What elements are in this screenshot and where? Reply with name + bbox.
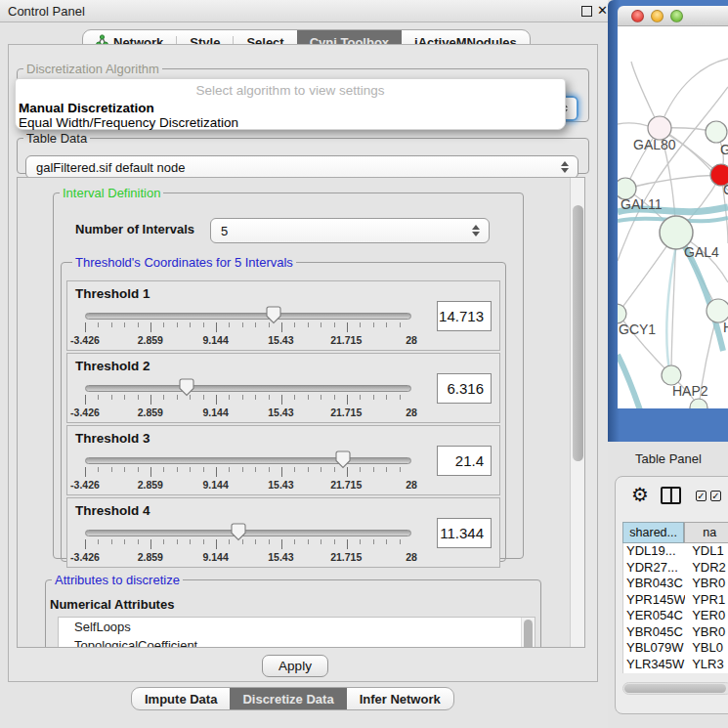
group-title: Interval Definition xyxy=(60,186,163,200)
scrollbar-thumb[interactable] xyxy=(524,620,533,648)
algorithm-dropdown-popup: Select algorithm to view settings Manual… xyxy=(15,78,566,130)
attributes-list: SelfLoops TopologicalCoefficient Between… xyxy=(58,617,535,648)
threshold-3-label: Threshold 3 xyxy=(75,431,150,446)
slider-ticks xyxy=(85,467,412,478)
cell: YIL0 xyxy=(685,672,728,673)
close-traffic-light[interactable] xyxy=(631,10,644,22)
table-row[interactable]: YLR345WYLR3 xyxy=(623,657,728,673)
list-scrollbar[interactable] xyxy=(521,618,535,648)
combo-arrows-icon xyxy=(561,161,569,173)
node-right-top[interactable] xyxy=(706,121,727,143)
slider-track[interactable] xyxy=(85,385,411,392)
gear-icon[interactable]: ⚙ xyxy=(631,485,649,504)
table-row[interactable]: YBL079WYBL0 xyxy=(623,640,728,657)
table-row[interactable]: YDR27...YDR2 xyxy=(623,560,728,577)
threshold-2-label: Threshold 2 xyxy=(75,359,150,373)
node-label: HAP2 xyxy=(672,383,708,399)
node-label: GAL4 xyxy=(684,244,719,260)
cell: YDL19... xyxy=(623,543,685,560)
number-of-intervals-label: Number of Intervals xyxy=(75,222,194,236)
list-item[interactable]: SelfLoops xyxy=(59,618,535,636)
number-of-intervals-combobox[interactable]: 5 xyxy=(210,218,490,243)
tab-impute-data[interactable]: Impute Data xyxy=(132,688,230,709)
interval-definition-group: Interval Definition Number of Intervals … xyxy=(53,186,524,559)
table-data-value: galFiltered.sif default node xyxy=(36,160,185,175)
column-header-name[interactable]: na xyxy=(684,522,728,543)
tick-label: 28 xyxy=(406,479,417,491)
slider-thumb[interactable] xyxy=(335,450,351,473)
threshold-3-value-field[interactable]: 21.4 xyxy=(437,446,492,476)
table-row[interactable]: YPR145WYPR1 xyxy=(623,592,728,609)
slider-thumb[interactable] xyxy=(266,306,281,328)
tick-label: 15.43 xyxy=(268,407,293,418)
dropdown-option-equal-width[interactable]: Equal Width/Frequency Discretization xyxy=(16,115,565,130)
control-panel-titlebar: Control Panel ✕ xyxy=(0,0,608,22)
cyni-content-panel: Discretization Algorithm Select algorith… xyxy=(8,44,598,682)
tick-label: -3.426 xyxy=(70,479,100,491)
cell: YDR27... xyxy=(623,560,685,577)
numerical-attributes-label: Numerical Attributes xyxy=(50,597,174,612)
slider-thumb[interactable] xyxy=(231,523,246,545)
scrollbar-thumb[interactable] xyxy=(573,205,583,461)
zoom-traffic-light[interactable] xyxy=(670,10,683,22)
slider-track[interactable] xyxy=(85,457,411,464)
threshold-4-slider: -3.426 2.859 9.144 15.43 21.715 28 xyxy=(85,524,411,567)
threshold-1-value-field[interactable]: 14.713 xyxy=(437,301,492,331)
group-title: Table Data xyxy=(23,131,90,146)
tab-infer-network[interactable]: Infer Network xyxy=(347,688,453,709)
minimize-traffic-light[interactable] xyxy=(651,10,664,22)
table-rows: YDL19...YDL1 YDR27...YDR2 YBR043CYBR0 YP… xyxy=(622,543,728,673)
table-row[interactable]: YDL19...YDL1 xyxy=(623,543,728,560)
table-horizontal-scrollbar[interactable] xyxy=(622,682,728,695)
settings-scrollpane: Interval Definition Number of Intervals … xyxy=(17,177,585,648)
checkbox-icon[interactable]: ✓ xyxy=(710,491,721,501)
cell: YER0 xyxy=(685,608,728,624)
cell: YBR045C xyxy=(623,624,685,641)
threshold-4-value-field[interactable]: 11.344 xyxy=(437,518,492,548)
apply-button[interactable]: Apply xyxy=(262,655,328,677)
cell: YBR043C xyxy=(623,576,685,592)
threshold-2-value-field[interactable]: 6.316 xyxy=(437,373,492,404)
slider-ticks xyxy=(85,539,412,550)
close-icon[interactable]: ✕ xyxy=(597,3,608,18)
slider-thumb[interactable] xyxy=(179,378,194,401)
dropdown-option-manual[interactable]: Manual Discretization xyxy=(16,101,565,115)
tick-label: -3.426 xyxy=(70,334,100,346)
node-bottom-partial[interactable] xyxy=(690,399,707,408)
group-title: Attributes to discretize xyxy=(52,573,183,587)
column-header-shared[interactable]: shared... xyxy=(622,522,684,543)
table-row[interactable]: YIL052CYIL0 xyxy=(623,672,728,673)
table-row[interactable]: YER054CYER0 xyxy=(623,608,728,624)
checkbox-icon[interactable]: ✓ xyxy=(696,491,707,501)
threshold-2-slider: -3.426 2.859 9.144 15.43 21.715 28 xyxy=(85,379,411,422)
network-window: GAL80 GA C GAL11 GAL4 GCY1 H HAP2 xyxy=(608,0,728,442)
tick-label: 9.144 xyxy=(202,407,228,418)
slider-track[interactable] xyxy=(85,530,411,536)
float-window-icon[interactable] xyxy=(581,6,592,17)
tick-label: 21.715 xyxy=(330,551,362,563)
tick-label: 21.715 xyxy=(330,407,362,418)
cell: YBL0 xyxy=(685,640,728,657)
tab-discretize-data[interactable]: Discretize Data xyxy=(230,688,346,709)
network-view[interactable]: GAL80 GA C GAL11 GAL4 GCY1 H HAP2 xyxy=(618,26,728,408)
threshold-4-label: Threshold 4 xyxy=(75,503,150,518)
table-row[interactable]: YBR045CYBR0 xyxy=(623,624,728,641)
panel-title: Control Panel xyxy=(8,4,85,19)
split-columns-icon[interactable] xyxy=(661,487,681,504)
attributes-group: Attributes to discretize Numerical Attri… xyxy=(45,573,541,648)
list-item[interactable]: TopologicalCoefficient xyxy=(59,636,535,648)
cell: YPR145W xyxy=(623,592,685,609)
pane-scrollbar[interactable] xyxy=(570,178,584,647)
scrollbar-thumb[interactable] xyxy=(624,684,726,693)
table-data-combobox[interactable]: galFiltered.sif default node xyxy=(25,155,578,179)
table-panel-body: ⚙ ✓ ✓ shared... na YDL19...YDL1 YDR27...… xyxy=(615,476,728,714)
node-gcy1[interactable] xyxy=(618,304,626,323)
tick-label: 9.144 xyxy=(202,334,228,346)
node-hap2[interactable] xyxy=(662,365,681,385)
tick-label: 28 xyxy=(406,334,417,346)
slider-track[interactable] xyxy=(85,313,411,320)
tick-label: 15.43 xyxy=(268,551,293,563)
tick-label: 2.859 xyxy=(138,407,163,418)
cell: YBL079W xyxy=(623,640,685,657)
table-row[interactable]: YBR043CYBR0 xyxy=(623,576,728,592)
